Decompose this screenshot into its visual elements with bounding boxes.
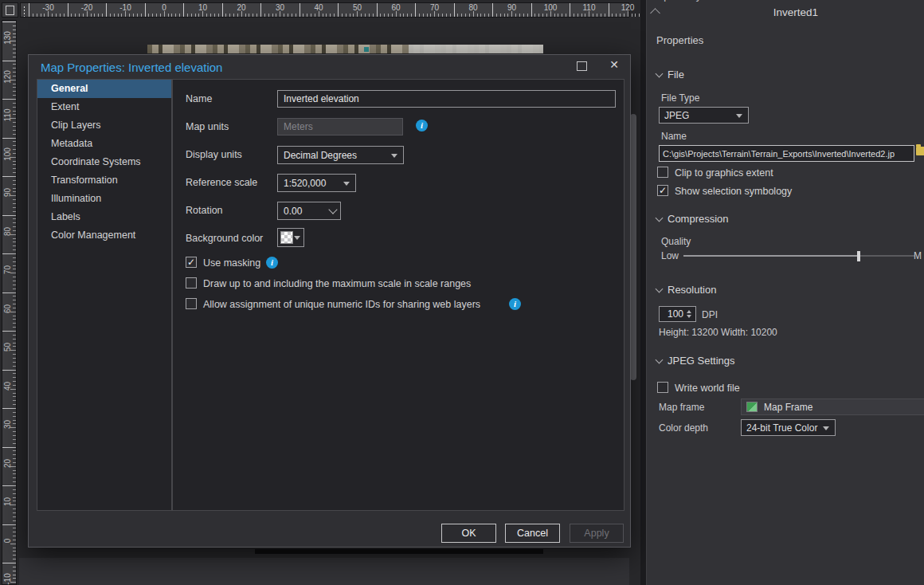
clip-graphics-checkbox[interactable] <box>657 167 668 178</box>
ruler-minor-tick <box>392 14 393 17</box>
ruler-minor-tick <box>156 14 157 17</box>
map-properties-dialog: Map Properties: Inverted elevation ✕ Gen… <box>28 54 631 548</box>
ruler-major-tick <box>145 3 146 17</box>
spinner-down-icon[interactable] <box>687 315 691 318</box>
ruler-minor-tick <box>13 520 16 521</box>
sidebar-item-transformation[interactable]: Transformation <box>37 171 171 190</box>
info-icon[interactable]: i <box>416 120 428 132</box>
file-type-dropdown[interactable]: JPEG <box>659 107 749 124</box>
ruler-minor-tick <box>419 14 420 17</box>
checkbox[interactable]: ✓ <box>186 257 197 268</box>
export-layout-pane: Export Layout Inverted1 Properties File … <box>646 0 924 585</box>
ruler-minor-tick <box>268 14 269 17</box>
write-world-file-checkbox[interactable] <box>657 382 668 393</box>
ruler-minor-tick <box>307 14 307 17</box>
chevron-down-icon <box>656 285 664 293</box>
reference-scale-dropdown[interactable]: 1:520,000 <box>277 174 356 192</box>
selection-symbology-checkbox[interactable]: ✓ <box>657 185 668 196</box>
ruler-minor-tick <box>396 11 397 17</box>
checkbox[interactable] <box>186 277 197 289</box>
spinner-up-icon[interactable] <box>687 310 691 313</box>
ruler-minor-tick <box>280 11 280 17</box>
ruler-label: 10 <box>3 485 12 519</box>
ruler-minor-tick <box>210 14 211 17</box>
info-icon[interactable]: i <box>509 298 521 310</box>
sidebar-item-general[interactable]: General <box>37 80 171 98</box>
display-units-value: Decimal Degrees <box>284 150 357 161</box>
rotation-combo[interactable]: 0.00 <box>277 202 341 220</box>
panel-divider[interactable] <box>640 0 646 585</box>
jpeg-settings-section-header[interactable]: JPEG Settings <box>656 355 735 367</box>
checkbox[interactable] <box>186 298 197 309</box>
resolution-section-header[interactable]: Resolution <box>656 284 716 296</box>
ok-button[interactable]: OK <box>441 524 496 543</box>
sidebar-item-coordinate-systems[interactable]: Coordinate Systems <box>37 153 171 171</box>
name-input[interactable]: Inverted elevation <box>277 90 616 108</box>
ruler-minor-tick <box>13 423 16 424</box>
display-units-dropdown[interactable]: Decimal Degrees <box>277 146 404 164</box>
ruler-minor-tick <box>10 466 16 467</box>
ruler-minor-tick <box>13 454 16 455</box>
ruler-minor-tick <box>635 14 636 17</box>
ruler-minor-tick <box>13 145 16 146</box>
map-frame-dropdown[interactable]: Map Frame <box>741 399 924 415</box>
info-icon[interactable]: i <box>266 257 278 269</box>
ruler-minor-tick <box>87 11 88 17</box>
chevron-down-icon <box>294 236 300 240</box>
ruler-label: 120 <box>3 60 12 94</box>
checkbox-label: Allow assignment of unique numeric IDs f… <box>203 299 480 310</box>
ruler-minor-tick <box>94 14 95 17</box>
ruler-minor-tick <box>152 14 153 17</box>
background-color-picker[interactable] <box>277 228 304 247</box>
color-depth-dropdown[interactable]: 24-bit True Color <box>741 419 836 436</box>
folder-browse-icon[interactable] <box>916 147 924 155</box>
ruler-minor-tick <box>233 14 234 17</box>
ruler-minor-tick <box>10 118 16 119</box>
sidebar-item-extent[interactable]: Extent <box>37 98 171 116</box>
ruler-minor-tick <box>319 11 319 17</box>
ruler-minor-tick <box>13 578 16 579</box>
compression-section-header[interactable]: Compression <box>656 213 729 225</box>
quality-low-label: Low <box>661 250 679 261</box>
ruler-minor-tick <box>13 431 16 432</box>
ruler-minor-tick <box>13 473 16 474</box>
maximize-button[interactable] <box>577 61 587 71</box>
sidebar-item-metadata[interactable]: Metadata <box>37 135 171 153</box>
close-button[interactable]: ✕ <box>609 58 619 71</box>
sidebar-item-illumination[interactable]: Illumination <box>37 190 171 208</box>
dpi-spinner[interactable]: 100 <box>659 306 696 322</box>
sidebar-item-color-management[interactable]: Color Management <box>37 226 171 245</box>
ruler-minor-tick <box>13 111 16 112</box>
ruler-minor-tick <box>91 14 92 17</box>
ruler-minor-tick <box>13 141 16 142</box>
quality-slider-track-filled[interactable] <box>683 255 857 257</box>
chevron-down-icon <box>736 114 742 118</box>
file-section-header[interactable]: File <box>656 69 684 80</box>
quality-label: Quality <box>661 236 691 247</box>
ruler-minor-tick <box>13 575 16 575</box>
ruler-minor-tick <box>13 358 16 359</box>
chevron-down-icon <box>823 426 829 430</box>
ruler-minor-tick <box>102 14 103 17</box>
sidebar-item-labels[interactable]: Labels <box>37 208 171 226</box>
quality-slider-thumb[interactable] <box>857 251 860 261</box>
quality-slider-track[interactable] <box>860 255 915 257</box>
ruler-minor-tick <box>253 14 253 17</box>
ruler-minor-tick <box>13 64 16 65</box>
export-path-input[interactable]: C:\gis\Projects\Terrain\Terrain_Exports\… <box>659 145 914 162</box>
ruler-minor-tick <box>369 14 370 17</box>
ruler-minor-tick <box>13 304 16 304</box>
ruler-minor-tick <box>10 157 16 158</box>
ruler-minor-tick <box>13 207 16 208</box>
ruler-minor-tick <box>13 68 16 69</box>
sidebar-item-clip-layers[interactable]: Clip Layers <box>37 116 171 135</box>
ruler-minor-tick <box>13 29 16 30</box>
ruler-minor-tick <box>10 273 16 273</box>
ruler-minor-tick <box>60 14 61 17</box>
vertical-scrollbar-thumb[interactable] <box>630 114 636 380</box>
ruler-minor-tick <box>13 49 16 49</box>
cancel-button[interactable]: Cancel <box>505 524 560 543</box>
ruler-minor-tick <box>13 184 16 185</box>
ruler-minor-tick <box>13 385 16 386</box>
ruler-minor-tick <box>469 14 470 17</box>
